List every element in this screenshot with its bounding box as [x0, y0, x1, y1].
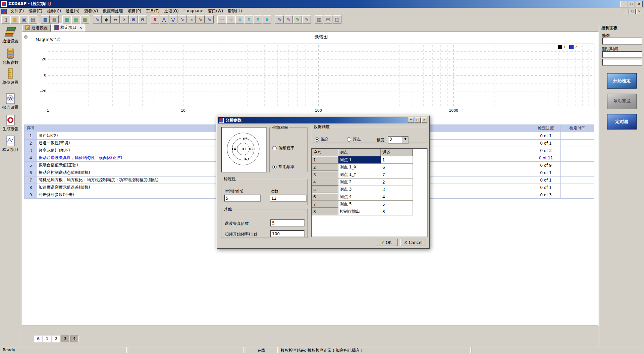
nav-up-icon[interactable]: ⇧	[245, 15, 253, 23]
menu-item-7[interactable]: 项目(P)	[125, 8, 144, 15]
nav-page-down-icon[interactable]: ⇟	[263, 15, 271, 23]
menu-item-8[interactable]: 工具(T)	[144, 8, 162, 15]
tile-vertical-icon[interactable]: ◫	[333, 15, 341, 23]
wave-mark-4-icon[interactable]: ∿	[205, 15, 214, 23]
menu-item-9[interactable]: 选项(O)	[162, 8, 181, 15]
points-table-cell[interactable]: 5	[381, 201, 413, 208]
pen-mark-icon[interactable]: ✎	[293, 15, 302, 23]
points-table-cell[interactable]: 测点 1_X	[338, 164, 381, 171]
points-table-cell[interactable]: 4	[381, 193, 413, 201]
calculator-icon[interactable]: ▦	[50, 15, 59, 23]
points-table-cell[interactable]: 7	[381, 171, 413, 179]
page-tab-4[interactable]: 4	[70, 336, 78, 342]
points-table-cell[interactable]: 测点 1_Y	[338, 171, 381, 179]
cancel-button[interactable]: ✘ Cancel	[400, 239, 426, 246]
save-icon[interactable]: ▣	[19, 15, 28, 23]
step-cursor-icon[interactable]: ↔	[111, 15, 120, 23]
dialog-title-bar[interactable]: 分析参数 ─ □ ×	[218, 117, 428, 123]
pen-line-icon[interactable]: ✎	[275, 15, 284, 23]
points-table-row[interactable]: 8控制仪输出8	[312, 208, 413, 215]
page-tab-2[interactable]: 2	[52, 336, 60, 342]
open-folder-icon[interactable]: ▆	[10, 15, 19, 23]
print-icon[interactable]: ▤	[29, 15, 37, 23]
tab-channel-setup[interactable]: 通道设置	[22, 24, 51, 32]
page-tab-3[interactable]: 3	[61, 336, 69, 342]
common-frequency-radio[interactable]: 常用频率	[272, 164, 294, 170]
zoom-in-icon[interactable]: ⊕	[129, 15, 138, 23]
menu-item-5[interactable]: 查看(V)	[82, 8, 101, 15]
points-table-cell[interactable]: 6	[381, 164, 413, 171]
points-table-cell[interactable]: 测点 4	[338, 193, 381, 201]
test-time-input-1[interactable]	[602, 51, 642, 58]
sidebar-item-analysis-params[interactable]: 分析参数	[0, 48, 21, 65]
nav-right-icon[interactable]: ⇨	[226, 15, 235, 23]
sigma-icon[interactable]: Σ	[120, 15, 129, 23]
cascade-windows-icon[interactable]: ▥	[315, 15, 323, 23]
points-table-cell[interactable]: 测点 3	[338, 186, 381, 193]
points-table-row[interactable]: 2测点 1_X6	[312, 164, 413, 171]
points-table-row[interactable]: 3测点 1_Y7	[312, 171, 413, 179]
precision-select[interactable]: 3 ▼	[388, 136, 409, 144]
wave-mark-2-icon[interactable]: ≈	[187, 15, 196, 23]
worksheet-grid-icon[interactable]: ▦	[80, 15, 89, 23]
points-table-cell[interactable]: 测点 1	[338, 156, 381, 164]
nav-down-icon[interactable]: ⇩	[235, 15, 244, 23]
menu-item-12[interactable]: 帮助(H)	[225, 8, 244, 15]
menu-item-2[interactable]: 编辑(E)	[26, 8, 45, 15]
sweep-start-input[interactable]	[270, 230, 305, 237]
sidebar-item-channel-setup[interactable]: 通道设置	[0, 27, 21, 44]
peak-mark-icon[interactable]: ⋀	[160, 15, 168, 23]
child-minimize-button[interactable]: ─	[623, 9, 629, 14]
points-table-cell[interactable]: 测点 5	[338, 201, 381, 208]
frames-input[interactable]	[602, 38, 642, 45]
copy-screen-icon[interactable]: ▩	[41, 15, 50, 23]
child-restore-button[interactable]: □	[630, 9, 636, 14]
harmonic-order-input[interactable]	[270, 219, 305, 226]
points-table-cell[interactable]: 1	[381, 156, 413, 164]
menu-item-4[interactable]: 通道(h)	[63, 8, 82, 15]
float-radio[interactable]: 浮点	[347, 137, 361, 142]
points-table-cell[interactable]: 测点 2	[338, 179, 381, 186]
dialog-maximize-button[interactable]: □	[415, 117, 421, 123]
menu-item-1[interactable]: 文件(F)	[8, 8, 26, 15]
dropdown-arrow-icon[interactable]: ▼	[402, 137, 408, 143]
pen-erase-icon[interactable]: ✎	[302, 15, 311, 23]
child-close-button[interactable]: ×	[636, 9, 642, 14]
test-time-input-2[interactable]	[602, 59, 642, 66]
delete-mark-icon[interactable]: ✘	[151, 15, 159, 23]
zoom-out-icon[interactable]: ⊖	[138, 15, 147, 23]
mixed-radio[interactable]: 混合	[315, 137, 329, 142]
menu-item-6[interactable]: 数据预处理	[101, 8, 125, 15]
worksheet-new-icon[interactable]: ▦	[62, 15, 71, 23]
valley-mark-icon[interactable]: ⋁	[169, 15, 177, 23]
tab-verification-items[interactable]: 检定项目 ×	[51, 23, 85, 32]
points-table-row[interactable]: 7测点 55	[312, 201, 413, 208]
timer-button[interactable]: 定时器	[607, 114, 637, 130]
octave-frequency-radio[interactable]: 倍频程率	[272, 145, 294, 151]
sidebar-item-generate-report[interactable]: 生成报告	[0, 115, 21, 132]
points-table-row[interactable]: 6测点 44	[312, 193, 413, 201]
new-file-icon[interactable]: ▯	[1, 15, 10, 23]
cursor-wave-icon[interactable]: ∿	[93, 15, 102, 23]
start-verification-button[interactable]: 开始检定	[607, 73, 637, 89]
points-table-cell[interactable]: 2	[381, 179, 413, 186]
wave-mark-1-icon[interactable]: ∿	[178, 15, 186, 23]
points-table-cell[interactable]: 3	[381, 186, 413, 193]
sidebar-item-report-setup[interactable]: W 报告设置	[0, 93, 21, 110]
menu-item-3[interactable]: 控制(C)	[45, 8, 63, 15]
dialog-close-button[interactable]: ×	[421, 117, 427, 123]
marker-diamond-icon[interactable]: ◆	[102, 15, 111, 23]
close-button[interactable]: ×	[636, 1, 643, 7]
page-tab-A[interactable]: A	[34, 336, 42, 342]
nav-left-icon[interactable]: ⇦	[217, 15, 226, 23]
wave-mark-3-icon[interactable]: ∿	[196, 15, 205, 23]
points-table-row[interactable]: 5测点 33	[312, 186, 413, 193]
ok-button[interactable]: ✔ OK	[375, 239, 398, 246]
menu-item-10[interactable]: Language	[181, 8, 206, 15]
sidebar-item-unit-setup[interactable]: 单位设置	[0, 68, 21, 86]
time-input[interactable]	[224, 195, 261, 202]
worksheet-open-icon[interactable]: ▦	[71, 15, 80, 23]
pen-curve-icon[interactable]: ✎	[284, 15, 293, 23]
tile-horizontal-icon[interactable]: ⊟	[324, 15, 332, 23]
single-step-button[interactable]: 单步完成	[607, 94, 637, 109]
